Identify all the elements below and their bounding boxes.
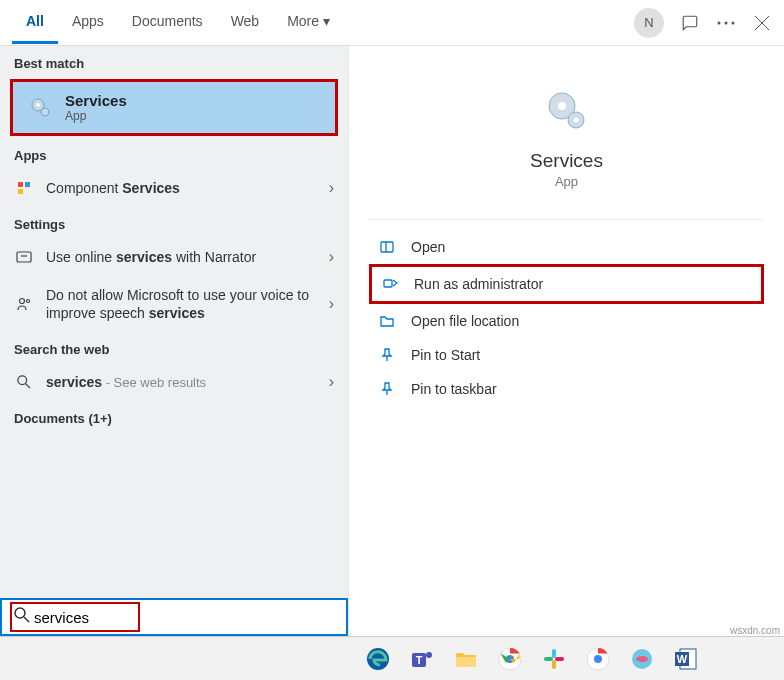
section-settings: Settings: [0, 207, 348, 238]
detail-pane: Services App Open Run as administrator O…: [348, 46, 784, 636]
svg-point-14: [27, 300, 30, 303]
taskbar-edge[interactable]: [360, 641, 396, 677]
best-match-title: Services: [65, 92, 127, 109]
apps-result-item[interactable]: Component Services ›: [0, 169, 348, 207]
section-apps: Apps: [0, 138, 348, 169]
results-pane: Best match Services App Apps Component S…: [0, 46, 348, 636]
best-match-sub: App: [65, 109, 127, 123]
detail-sub: App: [369, 174, 764, 189]
svg-rect-10: [18, 189, 23, 194]
settings-result-item[interactable]: Use online services with Narrator ›: [0, 238, 348, 276]
action-label: Pin to taskbar: [411, 381, 497, 397]
chevron-right-icon: ›: [329, 179, 334, 197]
svg-rect-21: [381, 242, 393, 252]
svg-rect-11: [17, 252, 31, 262]
svg-point-7: [41, 108, 49, 116]
pin-icon: [379, 381, 397, 397]
tabs: All Apps Documents Web More ▾: [12, 1, 344, 44]
settings-result-item[interactable]: Do not allow Microsoft to use your voice…: [0, 276, 348, 332]
svg-point-24: [15, 608, 25, 618]
taskbar-slack[interactable]: [536, 641, 572, 677]
gear-icon: [27, 94, 55, 122]
taskbar-explorer[interactable]: [448, 641, 484, 677]
web-result-text: services - See web results: [46, 374, 317, 390]
svg-line-25: [24, 617, 29, 622]
svg-rect-35: [552, 660, 556, 669]
apps-result-text: Component Services: [46, 180, 317, 196]
action-open[interactable]: Open: [369, 230, 764, 264]
svg-point-1: [725, 21, 728, 24]
best-match-item[interactable]: Services App: [10, 79, 338, 136]
svg-point-38: [594, 655, 602, 663]
svg-point-0: [718, 21, 721, 24]
feedback-icon[interactable]: [680, 13, 700, 33]
action-open-location[interactable]: Open file location: [369, 304, 764, 338]
section-best-match: Best match: [0, 46, 348, 77]
taskbar-chrome-beta[interactable]: [580, 641, 616, 677]
tab-documents[interactable]: Documents: [118, 1, 217, 44]
settings-result-text-2: Do not allow Microsoft to use your voice…: [46, 286, 317, 322]
svg-text:T: T: [416, 654, 423, 666]
taskbar-app[interactable]: [624, 641, 660, 677]
speech-icon: [14, 296, 34, 312]
content: Best match Services App Apps Component S…: [0, 46, 784, 636]
svg-rect-9: [25, 182, 30, 187]
taskbar-teams[interactable]: T: [404, 641, 440, 677]
narrator-icon: [14, 249, 34, 265]
detail-title: Services: [369, 150, 764, 172]
svg-rect-36: [555, 657, 564, 661]
taskbar: T W: [0, 636, 784, 680]
taskbar-chrome[interactable]: [492, 641, 528, 677]
web-result-item[interactable]: services - See web results ›: [0, 363, 348, 401]
tab-all[interactable]: All: [12, 1, 58, 44]
search-input[interactable]: [34, 609, 134, 626]
action-label: Open file location: [411, 313, 519, 329]
folder-icon: [379, 313, 397, 329]
close-icon[interactable]: [752, 13, 772, 33]
svg-point-29: [426, 652, 432, 658]
svg-point-15: [18, 376, 27, 385]
detail-head: Services App: [369, 66, 764, 220]
taskbar-word[interactable]: W: [668, 641, 704, 677]
gear-icon: [542, 86, 592, 136]
svg-point-20: [573, 118, 578, 123]
svg-rect-33: [552, 649, 556, 658]
pin-icon: [379, 347, 397, 363]
tab-web[interactable]: Web: [217, 1, 274, 44]
search-icon: [14, 375, 34, 389]
watermark: wsxdn.com: [730, 625, 780, 636]
action-label: Open: [411, 239, 445, 255]
section-web: Search the web: [0, 332, 348, 363]
search-bar[interactable]: [0, 598, 348, 636]
component-icon: [14, 180, 34, 196]
svg-point-18: [558, 102, 566, 110]
header-right: N: [634, 8, 772, 38]
svg-rect-34: [544, 657, 553, 661]
shield-icon: [382, 276, 400, 292]
svg-point-40: [636, 656, 648, 662]
header: All Apps Documents Web More ▾ N: [0, 0, 784, 46]
tab-apps[interactable]: Apps: [58, 1, 118, 44]
svg-point-6: [36, 103, 40, 107]
more-icon[interactable]: [716, 13, 736, 33]
action-pin-taskbar[interactable]: Pin to taskbar: [369, 372, 764, 406]
svg-point-13: [20, 299, 25, 304]
svg-rect-30: [456, 657, 476, 667]
section-documents: Documents (1+): [0, 401, 348, 432]
svg-line-16: [26, 384, 30, 388]
tab-more[interactable]: More ▾: [273, 1, 344, 44]
chevron-right-icon: ›: [329, 373, 334, 391]
svg-point-2: [732, 21, 735, 24]
settings-result-text-1: Use online services with Narrator: [46, 249, 317, 265]
search-icon: [14, 607, 30, 627]
action-label: Pin to Start: [411, 347, 480, 363]
action-label: Run as administrator: [414, 276, 543, 292]
avatar[interactable]: N: [634, 8, 664, 38]
svg-rect-8: [18, 182, 23, 187]
action-run-admin[interactable]: Run as administrator: [369, 264, 764, 304]
open-icon: [379, 239, 397, 255]
action-pin-start[interactable]: Pin to Start: [369, 338, 764, 372]
chevron-right-icon: ›: [329, 295, 334, 313]
chevron-right-icon: ›: [329, 248, 334, 266]
svg-text:W: W: [677, 653, 688, 665]
